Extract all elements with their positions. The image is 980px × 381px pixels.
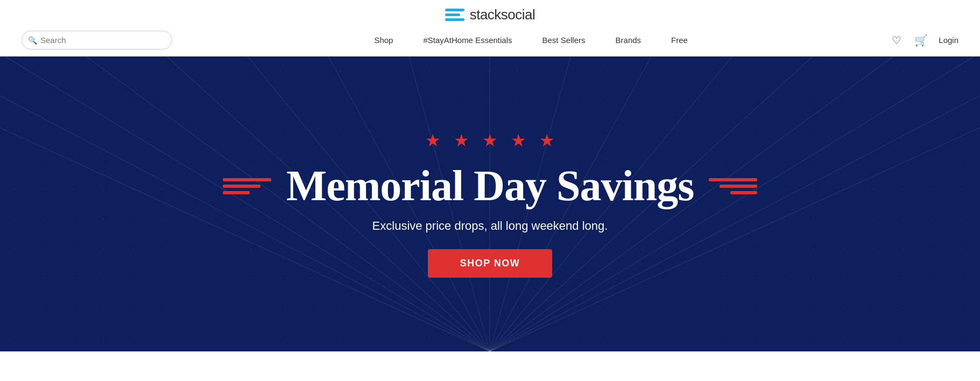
- stripes-left-decoration: [223, 178, 271, 194]
- hero-banner: ★ ★ ★ ★ ★ Memorial Day Savings Exclusive…: [0, 57, 980, 351]
- logo-area: stacksocial: [445, 6, 535, 23]
- stripes-right-decoration: [709, 178, 757, 194]
- nav-bar: 🔍 Shop #StayAtHome Essentials Best Selle…: [22, 31, 958, 50]
- hero-content: ★ ★ ★ ★ ★ Memorial Day Savings Exclusive…: [223, 130, 758, 278]
- nav-item-bestsellers[interactable]: Best Sellers: [527, 31, 601, 49]
- login-button[interactable]: Login: [939, 36, 958, 45]
- star-1: ★: [425, 130, 441, 151]
- title-row: Memorial Day Savings: [223, 161, 758, 210]
- hero-title: Memorial Day Savings: [286, 161, 694, 210]
- nav-item-shop[interactable]: Shop: [359, 31, 408, 49]
- star-4: ★: [511, 130, 526, 151]
- nav-item-stayathome[interactable]: #StayAtHome Essentials: [408, 31, 527, 49]
- shop-now-button[interactable]: SHOP NOW: [428, 249, 553, 278]
- hero-subtitle: Exclusive price drops, all long weekend …: [372, 219, 608, 233]
- star-2: ★: [454, 130, 469, 151]
- cart-icon[interactable]: 🛒: [912, 32, 930, 49]
- search-wrapper: 🔍: [22, 31, 172, 50]
- wishlist-icon[interactable]: ♡: [890, 32, 904, 49]
- stacksocial-logo-icon: [445, 9, 464, 21]
- search-input[interactable]: [22, 31, 172, 50]
- nav-item-free[interactable]: Free: [656, 31, 703, 49]
- header: stacksocial 🔍 Shop #StayAtHome Essential…: [0, 0, 980, 57]
- nav-item-brands[interactable]: Brands: [601, 31, 657, 49]
- star-3: ★: [482, 130, 498, 151]
- nav-links: Shop #StayAtHome Essentials Best Sellers…: [172, 31, 890, 49]
- stars-decoration: ★ ★ ★ ★ ★: [425, 130, 555, 151]
- logo-text: stacksocial: [470, 6, 535, 23]
- star-5: ★: [539, 130, 555, 151]
- search-icon: 🔍: [28, 36, 37, 45]
- nav-actions: ♡ 🛒 Login: [890, 32, 958, 49]
